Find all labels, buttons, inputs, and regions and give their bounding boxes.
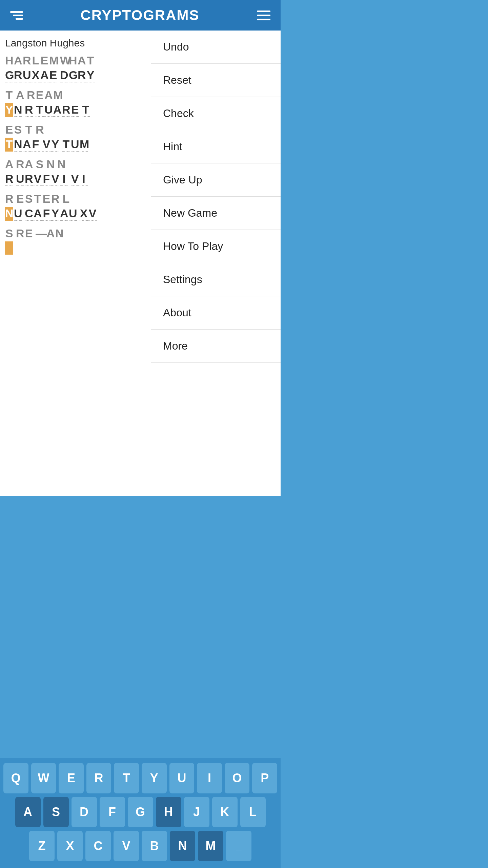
cipher-letter: R (36, 123, 44, 136)
puzzle-row: E S T R T N A F V Y (5, 123, 146, 152)
answer-letter[interactable]: V (71, 172, 79, 186)
answer-letter[interactable]: N (14, 138, 22, 152)
cipher-letter: A (78, 54, 86, 67)
answer-letter[interactable]: T (82, 103, 90, 117)
answer-letter[interactable]: E (71, 103, 79, 117)
answer-letter-highlighted[interactable] (5, 241, 13, 255)
cipher-word: N (57, 158, 65, 171)
cipher-word: T (25, 123, 33, 136)
answer-letter[interactable]: R (14, 68, 22, 82)
answer-letter[interactable]: X (80, 207, 88, 221)
answer-letter[interactable]: V (88, 207, 97, 221)
cipher-line: H A R L E M W H A T (5, 54, 146, 67)
cipher-word: R (36, 123, 44, 136)
answer-letter[interactable]: C (25, 207, 33, 221)
answer-letter[interactable]: U (23, 68, 31, 82)
answer-letter[interactable]: R (25, 103, 33, 117)
answer-letter[interactable]: U (44, 103, 53, 117)
answer-letter[interactable]: G (69, 68, 77, 82)
answer-word: R (25, 103, 33, 117)
answer-line (5, 241, 146, 255)
answer-letter[interactable]: R (5, 172, 13, 186)
answer-line: N U C A F Y A U X V (5, 207, 146, 221)
answer-letter[interactable]: V (34, 172, 42, 186)
answer-letter[interactable]: M (80, 138, 88, 152)
cipher-letter: H (69, 54, 77, 67)
menu-item-how-to-play[interactable]: How To Play (151, 230, 281, 263)
answer-word: T N A F (5, 138, 40, 152)
cipher-letter: M (49, 54, 57, 67)
cipher-letter: L (62, 192, 70, 205)
cipher-letter: W (60, 54, 68, 67)
answer-letter[interactable]: R (25, 172, 33, 186)
answer-letter[interactable]: T (62, 138, 70, 152)
menu-item-more[interactable]: More (151, 330, 281, 363)
answer-word: V Y (42, 138, 59, 152)
menu-item-undo[interactable]: Undo (151, 31, 281, 64)
menu-item-give-up[interactable]: Give Up (151, 163, 281, 197)
answer-letter[interactable]: U (71, 138, 79, 152)
cipher-word: — (36, 227, 44, 240)
answer-letter[interactable]: F (32, 138, 40, 152)
cipher-line: A R A S N N (5, 158, 146, 171)
answer-letter[interactable]: F (42, 172, 50, 186)
cipher-word: S (36, 158, 44, 171)
cipher-letter: T (25, 123, 33, 136)
menu-item-settings[interactable]: Settings (151, 263, 281, 296)
answer-letter[interactable]: G (5, 68, 13, 82)
answer-letter[interactable]: N (14, 103, 22, 117)
cipher-letter: E (42, 192, 50, 205)
answer-letter[interactable]: I (60, 172, 68, 186)
menu-item-reset[interactable]: Reset (151, 64, 281, 97)
cipher-line: S R E — A N (5, 227, 146, 240)
answer-letter-highlighted[interactable]: N (5, 207, 13, 221)
cipher-word: E S T E R (16, 192, 59, 205)
answer-letter[interactable]: U (69, 207, 77, 221)
answer-letter[interactable]: Y (51, 138, 59, 152)
menu-item-check[interactable]: Check (151, 97, 281, 130)
answer-letter[interactable]: A (40, 68, 48, 82)
answer-letter[interactable]: A (53, 103, 61, 117)
cipher-word: A (16, 88, 24, 102)
answer-word: D G R Y (60, 68, 95, 82)
answer-letter[interactable]: A (60, 207, 68, 221)
author-name: Langston Hughes (5, 37, 146, 49)
answer-letter[interactable]: A (34, 207, 42, 221)
puzzle-row: H A R L E M W H A T G R U (5, 54, 146, 82)
menu-item-about[interactable]: About (151, 296, 281, 330)
cipher-word: T (5, 88, 13, 102)
answer-letter-highlighted[interactable]: Y (5, 103, 13, 117)
answer-letter[interactable]: E (49, 68, 57, 82)
cipher-line: T A R E A M (5, 88, 146, 102)
answer-letter[interactable]: R (62, 103, 70, 117)
answer-letter[interactable]: A (23, 138, 31, 152)
answer-letter[interactable]: Y (51, 207, 59, 221)
cipher-word: R (5, 192, 13, 205)
answer-letter[interactable]: F (42, 207, 50, 221)
app-title: Cryptograms (80, 7, 199, 23)
cipher-letter: R (5, 192, 13, 205)
cipher-letter: R (23, 54, 31, 67)
cipher-letter: E (5, 123, 13, 136)
stats-icon[interactable] (10, 11, 23, 20)
answer-letter[interactable]: V (51, 172, 59, 186)
menu-item-new-game[interactable]: New Game (151, 197, 281, 230)
answer-letter[interactable]: Y (86, 68, 95, 82)
answer-letter[interactable]: V (42, 138, 50, 152)
answer-word: N U (5, 207, 22, 221)
answer-line: G R U X A E D G R Y (5, 68, 146, 82)
answer-letter-highlighted[interactable]: T (5, 138, 13, 152)
answer-letter[interactable]: I (80, 172, 88, 186)
answer-letter[interactable]: U (14, 207, 22, 221)
answer-letter[interactable]: R (78, 68, 86, 82)
answer-letter[interactable]: T (36, 103, 44, 117)
answer-letter[interactable]: X (32, 68, 40, 82)
answer-letter[interactable]: D (60, 68, 68, 82)
cipher-letter: R (16, 227, 24, 240)
cipher-letter: A (44, 88, 53, 102)
answer-letter[interactable]: U (16, 172, 24, 186)
hamburger-menu-icon[interactable] (257, 11, 270, 20)
menu-item-hint[interactable]: Hint (151, 130, 281, 163)
cipher-word: R E (16, 227, 33, 240)
cipher-letter: E (16, 192, 24, 205)
